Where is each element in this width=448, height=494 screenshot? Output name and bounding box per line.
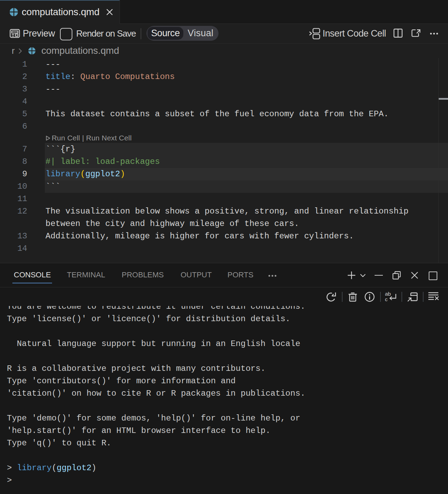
svg-text:ab: ab bbox=[385, 291, 391, 297]
svg-text:c: c bbox=[385, 296, 388, 302]
